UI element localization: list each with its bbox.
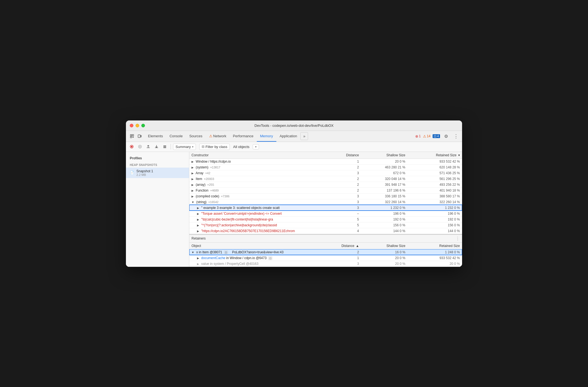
ret-distance-header[interactable]: Distance ▲ <box>339 243 361 249</box>
retained-cell: 388 580 17 % <box>408 193 462 199</box>
expand-arrow[interactable]: ▶ <box>197 262 199 265</box>
toolbar-divider-1 <box>171 144 171 149</box>
sidebar-item-snapshot1[interactable]: 📄 Snapshot 1 2.2 MB <box>126 168 189 178</box>
traffic-lights <box>130 124 145 127</box>
expand-arrow[interactable]: ▶ <box>197 212 199 215</box>
expand-arrow[interactable]: ▶ <box>191 183 194 186</box>
sources-tab-label: Sources <box>189 134 203 138</box>
clear-button[interactable] <box>161 143 168 150</box>
maximize-button[interactable] <box>141 124 145 127</box>
ret-shallow-header[interactable]: Shallow Size <box>361 243 408 249</box>
table-row[interactable]: ▶ Function ×4689 2 137 196 6 % 401 940 1… <box>189 187 462 193</box>
tab-sources[interactable]: Sources <box>186 131 206 142</box>
expand-arrow[interactable]: ▶ <box>191 195 194 198</box>
retainer-row[interactable]: ▶ value in system / PropertyCell @40163 … <box>189 261 462 267</box>
retained-cell: 144 0 % <box>408 228 462 234</box>
expand-arrow[interactable]: ▶ <box>197 218 199 221</box>
retained-cell: 196 0 % <box>408 211 462 216</box>
distance-header: Distance <box>339 152 361 159</box>
objects-label: All objects <box>233 145 249 149</box>
table-row[interactable]: ▶ Window / https://cdpn.io 1 20 0 % 933 … <box>189 158 462 164</box>
expand-arrow[interactable]: ▶ <box>191 160 194 163</box>
table-row[interactable]: ▶ "https://cdpn.io2AC766158D5B7507E17015… <box>189 228 462 234</box>
table-row[interactable]: ▶ "\b(calc|cubic-bezier|fit-content|hsl|… <box>189 216 462 222</box>
shallow-cell: 672 0 % <box>361 170 408 176</box>
sidebar: Profiles HEAP SNAPSHOTS 📄 Snapshot 1 2.2… <box>126 152 189 267</box>
table-row[interactable]: ▶ (system) ×13817 2 463 280 21 % 620 148… <box>189 164 462 170</box>
tab-elements[interactable]: Elements <box>145 131 166 142</box>
warn-badge[interactable]: ⚠ 14 <box>423 134 430 138</box>
constructor-cell: ▶ Function ×4689 <box>189 187 339 193</box>
ret-retained-header[interactable]: Retained Size <box>408 243 462 249</box>
expand-arrow[interactable]: ▶ <box>191 178 194 181</box>
expand-arrow[interactable]: ▶ <box>197 206 199 209</box>
summary-dropdown-arrow: ▾ <box>192 145 193 148</box>
expand-arrow[interactable]: ▶ <box>191 189 194 192</box>
minimize-button[interactable] <box>136 124 139 127</box>
expand-arrow[interactable]: ▶ <box>197 257 199 260</box>
more-tabs-label: » <box>303 134 305 138</box>
distance-cell: 2 <box>339 187 361 193</box>
table-row[interactable]: ▶ Array ×42 3 672 0 % 571 436 25 % <box>189 170 462 176</box>
info-badge[interactable]: ⊡ 4 <box>433 134 440 138</box>
retainer-row[interactable]: ▶ documentCache in Window / cdpn.io @647… <box>189 255 462 261</box>
retainer-row-selected[interactable]: ▼ x in Item @38071 ⊡ PoLdbOX?anon=true&v… <box>189 249 462 255</box>
expand-arrow[interactable]: ▶ <box>191 172 194 175</box>
table-row[interactable]: ▶ "Torque assert 'Convert<uintptr>(endIn… <box>189 211 462 216</box>
table-area: Constructor Distance Shallow Size Retain… <box>189 152 462 267</box>
expand-arrow[interactable]: ▼ <box>191 251 194 254</box>
retained-size-header[interactable]: Retained Size ▾ <box>408 152 462 159</box>
retainers-scroll-icon: ⋮ <box>455 236 460 241</box>
stop-button[interactable] <box>136 143 144 150</box>
tab-memory[interactable]: Memory <box>257 131 276 142</box>
more-menu-button[interactable]: ⋮ <box>452 132 460 140</box>
distance-cell: 5 <box>339 222 361 228</box>
device-icon[interactable] <box>136 132 144 140</box>
svg-rect-12 <box>163 147 166 148</box>
tab-console[interactable]: Console <box>166 131 186 142</box>
table-row[interactable]: ▶ Item ×20003 2 320 048 14 % 561 296 25 … <box>189 176 462 182</box>
table-row[interactable]: ▶ (array) ×255 2 391 948 17 % 493 256 22… <box>189 182 462 187</box>
filter-icon: ⊟ <box>202 145 204 149</box>
sort-indicator: ▾ <box>458 153 460 157</box>
filter-by-class-button[interactable]: ⊟ Filter by class <box>199 144 230 150</box>
error-badge[interactable]: ⊗ 1 <box>415 134 421 138</box>
console-tab-label: Console <box>169 134 183 138</box>
constructor-value: " example 3 example 3: scattered objects… <box>201 206 279 210</box>
tab-application[interactable]: Application <box>276 131 301 142</box>
upload-button[interactable] <box>145 143 152 150</box>
main-area: Profiles HEAP SNAPSHOTS 📄 Snapshot 1 2.2… <box>126 152 462 267</box>
retainer-link[interactable]: PoLdbOX?anon=true&view=live:43 <box>232 250 284 254</box>
tab-network[interactable]: ⚠ Network <box>206 131 230 142</box>
warn-icon: ⚠ <box>423 134 426 138</box>
download-button[interactable] <box>153 143 160 150</box>
tab-performance[interactable]: Performance <box>230 131 257 142</box>
close-button[interactable] <box>130 124 133 127</box>
record-button[interactable] <box>128 143 135 150</box>
table-row[interactable]: ▶ "^(?!on|src|(?:action|archive|backgrou… <box>189 222 462 228</box>
count-value: ×42 <box>205 171 211 175</box>
constructor-cell: ▼ (string) ×16542 <box>189 199 339 205</box>
distance-cell: 3 <box>339 193 361 199</box>
table-row[interactable]: ▶ (compiled code) ×7386 3 336 180 15 % 3… <box>189 193 462 199</box>
expand-arrow[interactable]: ▶ <box>191 166 194 169</box>
sidebar-heap-snapshots-title: HEAP SNAPSHOTS <box>126 161 189 168</box>
constructor-cell: ▶ "Torque assert 'Convert<uintptr>(endIn… <box>189 211 339 216</box>
summary-dropdown[interactable]: Summary ▾ <box>173 144 196 150</box>
table-row-highlighted[interactable]: ▶ " example 3 example 3: scattered objec… <box>189 205 462 211</box>
settings-button[interactable]: ⚙ <box>442 132 450 140</box>
more-tabs-button[interactable]: » <box>300 132 308 140</box>
table-row[interactable]: ▼ (string) ×16542 3 322 260 14 % 322 260… <box>189 199 462 205</box>
expand-arrow[interactable]: ▶ <box>197 230 199 233</box>
devtools-body: Elements Console Sources ⚠ Network Perfo… <box>126 131 462 267</box>
expand-arrow[interactable]: ▶ <box>197 224 199 227</box>
top-table-wrap[interactable]: Constructor Distance Shallow Size Retain… <box>189 152 462 234</box>
error-icon: ⊗ <box>415 134 418 138</box>
constructor-cell: ▶ Window / https://cdpn.io <box>189 158 339 164</box>
inspect-icon[interactable] <box>128 132 136 140</box>
shallow-size-header[interactable]: Shallow Size <box>361 152 408 159</box>
objects-dropdown[interactable]: ▾ <box>253 144 259 149</box>
snapshot-size: 2.2 MB <box>136 173 153 176</box>
expand-arrow[interactable]: ▼ <box>191 201 194 204</box>
distance-cell: 2 <box>339 182 361 187</box>
